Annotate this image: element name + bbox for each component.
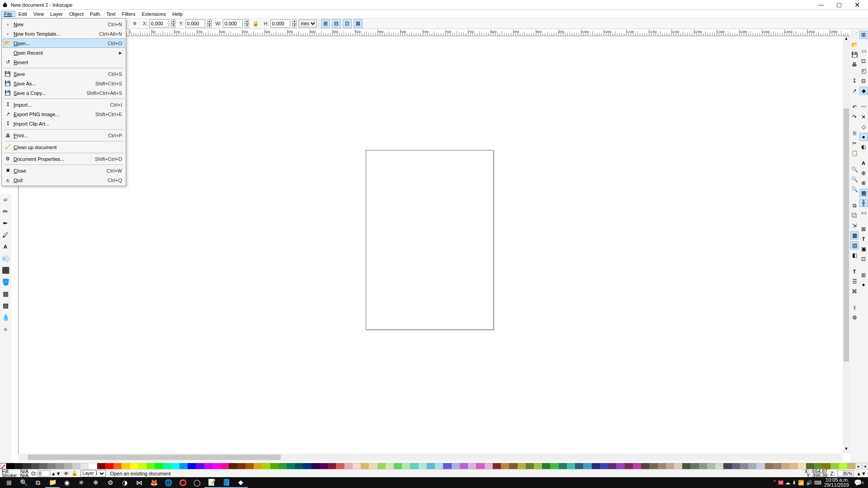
color-swatch[interactable]: [130, 463, 138, 469]
opera-icon[interactable]: ⭕: [175, 477, 190, 488]
transform-scale-corners-icon[interactable]: ⊟: [332, 19, 341, 28]
minimize-button[interactable]: —: [812, 0, 830, 9]
menu-path[interactable]: Path: [87, 11, 104, 17]
color-swatch[interactable]: [419, 463, 427, 469]
app-icon[interactable]: ◯: [190, 477, 204, 488]
snap-center-icon[interactable]: A: [859, 159, 868, 167]
color-swatch[interactable]: [369, 463, 377, 469]
open-doc-icon[interactable]: 📂: [850, 41, 859, 49]
transform-scale-stroke-icon[interactable]: ⊞: [321, 19, 330, 28]
hscroll-thumb[interactable]: [28, 455, 281, 460]
notifications-button[interactable]: 💬2: [852, 477, 866, 488]
vertical-scrollbar[interactable]: ▲ ▼: [843, 36, 850, 454]
color-swatch[interactable]: [460, 463, 468, 469]
h-spinner[interactable]: ▲▼: [292, 19, 297, 28]
firefox-icon[interactable]: 🦊: [146, 477, 161, 488]
snap-page-border-icon[interactable]: ▣: [859, 245, 868, 253]
color-swatch[interactable]: [534, 463, 542, 469]
color-swatch[interactable]: [377, 463, 386, 469]
color-swatch[interactable]: [493, 463, 501, 469]
color-swatch[interactable]: [344, 463, 353, 469]
layer-lock-icon[interactable]: 🔓: [71, 470, 78, 476]
w-spinner[interactable]: ▲▼: [245, 19, 249, 28]
color-swatch[interactable]: [64, 463, 72, 469]
menu-item-save-a-copy[interactable]: 💾Save a Copy...Shift+Ctrl+Alt+S: [3, 88, 125, 98]
color-swatch[interactable]: [649, 463, 657, 469]
save-doc-icon[interactable]: 💾: [850, 51, 859, 59]
color-swatch[interactable]: [171, 463, 179, 469]
tray-cloud-icon[interactable]: ☁: [785, 480, 790, 486]
color-swatch[interactable]: [616, 463, 624, 469]
tray-language-icon[interactable]: ⌨: [814, 480, 821, 486]
color-swatch[interactable]: [394, 463, 402, 469]
chrome-icon[interactable]: ◉: [60, 477, 74, 488]
color-swatch[interactable]: [56, 463, 64, 469]
menu-edit[interactable]: Edit: [15, 11, 30, 17]
snap-bbox-midpoint-icon[interactable]: ⊟: [859, 77, 868, 85]
color-swatch[interactable]: [756, 463, 764, 469]
color-swatch[interactable]: [188, 463, 196, 469]
close-button[interactable]: ✕: [848, 0, 866, 9]
color-swatch[interactable]: [138, 463, 146, 469]
snap-enable-icon[interactable]: ⊞: [859, 31, 868, 39]
color-swatch[interactable]: [39, 463, 47, 469]
menu-item-quit[interactable]: ⎋QuitCtrl+Q: [3, 175, 125, 185]
print-doc-icon[interactable]: 🖶: [850, 61, 859, 69]
color-swatch[interactable]: [625, 463, 633, 469]
h-input[interactable]: [270, 19, 290, 28]
color-swatch[interactable]: [542, 463, 550, 469]
start-button[interactable]: ⊞: [2, 477, 16, 488]
snap-smooth-icon[interactable]: ●: [859, 133, 868, 141]
color-swatch[interactable]: [781, 463, 789, 469]
color-swatch[interactable]: [567, 463, 575, 469]
menu-item-new-from-template[interactable]: ▫New from Template...Ctrl+Alt+N: [3, 29, 125, 38]
maximize-button[interactable]: ▢: [830, 0, 848, 9]
x-input[interactable]: [149, 19, 169, 28]
color-swatch[interactable]: [328, 463, 336, 469]
clone-icon[interactable]: ⿻: [850, 211, 859, 220]
file-explorer-icon[interactable]: 📁: [45, 477, 60, 488]
menu-item-document-properties[interactable]: ⚙Document Properties...Shift+Ctrl+D: [3, 154, 125, 164]
snap-misc2-icon[interactable]: ✦: [859, 281, 868, 289]
color-swatch[interactable]: [518, 463, 526, 469]
snap-page-icon[interactable]: ▭: [859, 209, 868, 217]
color-swatch[interactable]: [641, 463, 649, 469]
snap-margins-icon[interactable]: ⊡: [859, 255, 868, 263]
color-swatch[interactable]: [410, 463, 418, 469]
paint-bucket-tool-icon[interactable]: 🪣: [0, 277, 11, 287]
w-input[interactable]: [223, 19, 243, 28]
color-swatch[interactable]: [179, 463, 188, 469]
align-dialog-icon[interactable]: ⫴: [850, 304, 859, 312]
menu-item-export-png-image[interactable]: ↗Export PNG Image...Shift+Ctrl+E: [3, 109, 125, 119]
task-view-button[interactable]: ⧉: [31, 477, 45, 488]
color-swatch[interactable]: [699, 463, 707, 469]
color-swatch[interactable]: [402, 463, 410, 469]
menu-text[interactable]: Text: [103, 11, 118, 17]
color-swatch[interactable]: [427, 463, 435, 469]
color-swatch[interactable]: [221, 463, 229, 469]
cut-icon[interactable]: ✂: [850, 139, 859, 147]
color-swatch[interactable]: [336, 463, 344, 469]
tray-dropbox-icon[interactable]: ⬇: [792, 480, 796, 486]
snap-misc1-icon[interactable]: ⊞: [859, 271, 868, 279]
eraser-tool-icon[interactable]: ⬛: [0, 265, 11, 276]
color-swatch[interactable]: [789, 463, 797, 469]
color-swatch[interactable]: [501, 463, 509, 469]
snap-bbox-corner-icon[interactable]: ◰: [859, 67, 868, 75]
group-icon[interactable]: ▦: [850, 231, 859, 239]
system-tray[interactable]: ˄ M ☁ ⬇ 📶 🔊 ⌨: [774, 480, 821, 486]
bezier-tool-icon[interactable]: ✒: [0, 218, 11, 229]
snap-node-icon[interactable]: ◆: [859, 87, 868, 95]
zoom-spinner[interactable]: ▲▼: [856, 471, 866, 476]
color-swatch[interactable]: [633, 463, 641, 469]
color-swatch[interactable]: [476, 463, 484, 469]
y-input[interactable]: [185, 19, 205, 28]
color-swatch[interactable]: [287, 463, 295, 469]
zoom-page-icon[interactable]: 🔍: [850, 185, 859, 193]
color-swatch[interactable]: [196, 463, 204, 469]
menu-help[interactable]: Help: [169, 11, 186, 17]
color-swatch[interactable]: [303, 463, 311, 469]
color-swatch[interactable]: [666, 463, 674, 469]
menu-item-import-clip-art[interactable]: ↧Import Clip Art...: [3, 119, 125, 128]
color-swatch[interactable]: [592, 463, 600, 469]
